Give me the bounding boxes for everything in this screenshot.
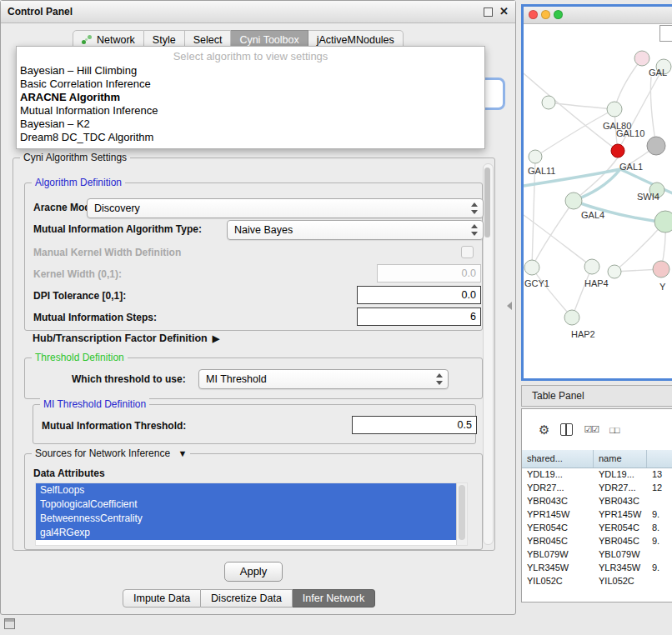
group-title: Threshold Definition xyxy=(32,352,128,363)
selected-value: Naive Bayes xyxy=(234,224,293,236)
table-row[interactable]: YDR27...YDR27...12 xyxy=(522,481,672,494)
which-threshold-select[interactable]: MI Threshold xyxy=(198,369,449,389)
select-all-checkboxes-icon[interactable]: ☑☑ xyxy=(584,424,599,435)
attribute-item-betweennesscentrality[interactable]: BetweennessCentrality xyxy=(36,512,460,526)
aracne-mode-select[interactable]: Discovery xyxy=(87,198,484,218)
network-edge[interactable] xyxy=(650,77,656,146)
algorithm-option-aracne-algorithm[interactable]: ARACNE Algorithm xyxy=(17,91,484,104)
node-label-y: Y xyxy=(659,282,666,292)
table-row[interactable]: YBL079WYBL079W xyxy=(522,548,672,561)
column-header-name[interactable]: name xyxy=(594,450,647,468)
apply-button[interactable]: Apply xyxy=(224,562,283,582)
panel-collapse-handle-icon[interactable] xyxy=(507,302,512,310)
algorithm-option-mutual-information-inference[interactable]: Mutual Information Inference xyxy=(17,104,484,118)
network-node-gal10[interactable] xyxy=(611,144,624,158)
algorithm-option-dream8-dc-tdc-algorithm[interactable]: Dream8 DC_TDC Algorithm xyxy=(17,131,484,144)
attribute-item-selfloops[interactable]: SelfLoops xyxy=(36,483,460,498)
column-header-2[interactable] xyxy=(647,450,672,468)
table-panel-titlebar[interactable]: Table Panel xyxy=(521,385,672,407)
node-label-swi4: SWI4 xyxy=(637,192,659,202)
table-cell: YPR145W xyxy=(522,508,594,521)
network-edge[interactable] xyxy=(532,268,572,318)
table-row[interactable]: YDL19...YDL19...13 xyxy=(522,468,672,481)
algorithm-option-bayesian-k2[interactable]: Bayesian – K2 xyxy=(17,118,484,131)
table-row[interactable]: YBR043CYBR043C xyxy=(522,494,672,508)
field-value: 0.0 xyxy=(462,268,476,279)
network-node[interactable] xyxy=(542,96,555,109)
network-icon xyxy=(82,35,93,44)
settings-scrollbar[interactable] xyxy=(483,163,494,545)
panel-title: Table Panel xyxy=(532,386,584,406)
dpi-tolerance-field[interactable]: 0.0 xyxy=(357,286,481,304)
manual-kernel-label: Manual Kernel Width Definition xyxy=(33,245,181,260)
table-row[interactable]: YPR145WYPR145W9. xyxy=(522,508,672,521)
sources-title[interactable]: Sources for Network Inference ▼ xyxy=(32,448,190,459)
tab-discretize-data[interactable]: Discretize Data xyxy=(201,589,293,608)
network-node[interactable] xyxy=(647,137,665,155)
hub-definition-toggle[interactable]: Hub/Transcription Factor Definition▶ xyxy=(33,332,219,344)
network-window-titlebar[interactable] xyxy=(524,7,672,24)
network-node[interactable] xyxy=(608,265,621,278)
network-node[interactable] xyxy=(653,261,669,278)
control-panel-titlebar[interactable]: Control Panel ✕ xyxy=(1,1,515,23)
tab-impute-data[interactable]: Impute Data xyxy=(123,589,201,608)
attribute-item-gal4rgexp[interactable]: gal4RGexp xyxy=(36,526,460,540)
algorithm-option-list: Bayesian – Hill ClimbingBasic Correlatio… xyxy=(17,64,484,144)
gear-icon[interactable]: ⚙ xyxy=(539,423,549,436)
network-edge[interactable] xyxy=(524,215,592,267)
table-row[interactable]: YIL052CYIL052C xyxy=(522,574,672,588)
algorithm-option-bayesian-hill-climbing[interactable]: Bayesian – Hill Climbing xyxy=(17,64,484,78)
manual-kernel-checkbox[interactable] xyxy=(461,246,474,258)
network-edge[interactable] xyxy=(532,201,574,268)
attribute-item-topologicalcoefficient[interactable]: TopologicalCoefficient xyxy=(36,498,460,512)
panel-title: Control Panel xyxy=(8,1,73,22)
column-header-shared[interactable]: shared... xyxy=(522,450,594,468)
table-row[interactable]: YBR045CYBR045C9. xyxy=(522,534,672,548)
control-panel-window: Control Panel ✕ NetworkStyleSelectCyni T… xyxy=(0,0,516,615)
network-node[interactable] xyxy=(607,102,622,117)
scrollbar-thumb[interactable] xyxy=(459,485,465,540)
mi-steps-field[interactable]: 6 xyxy=(357,308,481,326)
network-node[interactable] xyxy=(654,211,672,232)
combo-arrows-icon xyxy=(471,202,479,214)
network-node-gcy1[interactable] xyxy=(524,260,539,275)
minimize-traffic-light-icon[interactable] xyxy=(541,10,550,19)
table-cell: YLR345W xyxy=(594,561,647,574)
tab-label: Cyni Toolbox xyxy=(239,34,298,46)
close-icon[interactable]: ✕ xyxy=(499,4,509,19)
network-canvas[interactable]: GALGAL80GAL10GAL11GAL1SWI4GAL4GCY1HAP4YH… xyxy=(524,23,672,376)
group-title: Algorithm Definition xyxy=(32,177,125,188)
network-node[interactable] xyxy=(634,51,649,66)
table-row[interactable]: YLR345WYLR345W9. xyxy=(522,561,672,574)
mi-steps-label: Mutual Information Steps: xyxy=(33,310,157,325)
sources-title-label: Sources for Network Inference xyxy=(35,448,170,459)
table-body: YDL19...YDL19...13YDR27...YDR27...12YBR0… xyxy=(522,468,672,602)
network-edge[interactable] xyxy=(572,267,592,318)
kernel-width-field[interactable]: 0.0 xyxy=(377,264,481,282)
network-edge[interactable] xyxy=(614,58,642,109)
mi-type-select[interactable]: Naive Bayes xyxy=(227,220,484,240)
network-node-gal4[interactable] xyxy=(565,192,582,209)
network-node-gal11[interactable] xyxy=(529,150,542,163)
dock-panel-icon[interactable] xyxy=(4,618,15,629)
tab-infer-network[interactable]: Infer Network xyxy=(293,589,375,608)
tab-label: Select xyxy=(193,34,223,46)
network-edge[interactable] xyxy=(524,73,618,151)
node-label-gal10: GAL10 xyxy=(616,128,644,138)
scrollbar-thumb[interactable] xyxy=(484,168,490,238)
algorithm-option-basic-correlation-inference[interactable]: Basic Correlation Inference xyxy=(17,78,484,91)
mi-threshold-field[interactable]: 0.5 xyxy=(352,416,477,434)
column-selector-icon[interactable] xyxy=(560,423,573,436)
zoom-traffic-light-icon[interactable] xyxy=(554,10,563,19)
float-window-icon[interactable] xyxy=(484,8,493,17)
deselect-all-checkboxes-icon[interactable]: □□ xyxy=(609,425,619,435)
sources-group: Sources for Network Inference ▼ Data Att… xyxy=(24,453,483,550)
table-cell: 13 xyxy=(647,468,672,481)
table-row[interactable]: YER054CYER054C8. xyxy=(522,521,672,534)
network-node-hap2[interactable] xyxy=(564,310,579,325)
network-node-hap4[interactable] xyxy=(584,259,599,274)
node-label-gal1: GAL1 xyxy=(619,162,643,172)
attribute-list-scrollbar[interactable] xyxy=(456,483,467,545)
node-label-hap4: HAP4 xyxy=(584,278,609,288)
close-traffic-light-icon[interactable] xyxy=(529,10,538,19)
